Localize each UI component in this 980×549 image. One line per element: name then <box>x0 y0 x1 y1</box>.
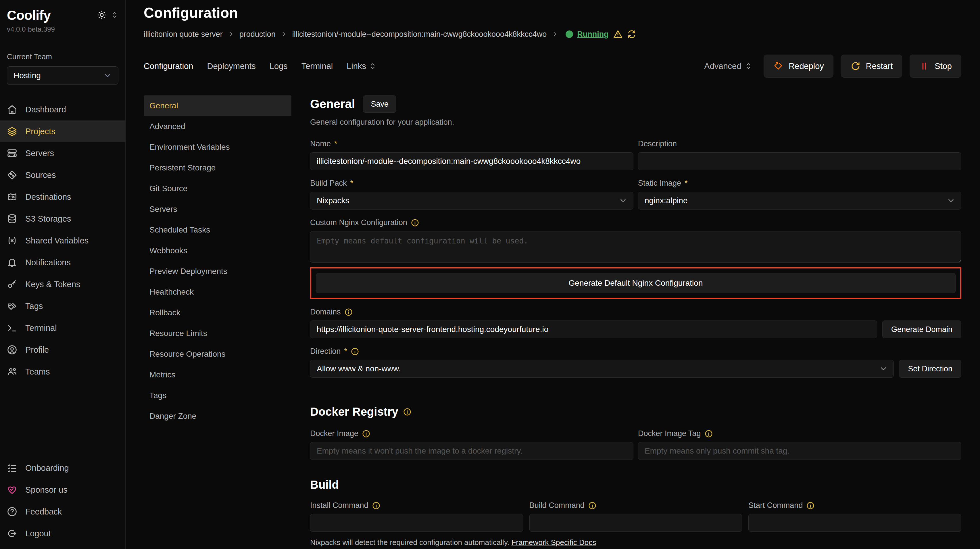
sidebar-item-shared-variables[interactable]: Shared Variables <box>0 230 125 251</box>
subnav-item-danger-zone[interactable]: Danger Zone <box>144 406 291 426</box>
sidebar-item-logout[interactable]: Logout <box>0 522 125 544</box>
install-command-input[interactable] <box>310 514 523 532</box>
home-icon <box>7 104 17 115</box>
subnav-item-rollback[interactable]: Rollback <box>144 302 291 323</box>
breadcrumb: illicitonion quote server production ill… <box>144 29 961 39</box>
sidebar-item-sponsor[interactable]: Sponsor us <box>0 479 125 501</box>
subnav-item-webhooks[interactable]: Webhooks <box>144 240 291 261</box>
tab-terminal[interactable]: Terminal <box>301 62 333 71</box>
info-icon[interactable] <box>588 501 597 510</box>
chevron-right-icon <box>228 30 235 38</box>
name-input[interactable] <box>310 152 633 170</box>
subnav-item-git-source[interactable]: Git Source <box>144 178 291 199</box>
tags-icon <box>7 301 17 311</box>
generate-nginx-button[interactable]: Generate Default Nginx Configuration <box>316 273 956 293</box>
subnav-item-general[interactable]: General <box>144 95 291 116</box>
domains-input[interactable] <box>310 320 877 338</box>
subnav-item-scheduled-tasks[interactable]: Scheduled Tasks <box>144 220 291 240</box>
team-select[interactable]: Hosting <box>7 67 118 85</box>
restart-icon <box>850 61 861 71</box>
sidebar-item-dashboard[interactable]: Dashboard <box>0 99 125 121</box>
sidebar-item-sources[interactable]: Sources <box>0 164 125 186</box>
subnav-item-healthcheck[interactable]: Healthcheck <box>144 282 291 302</box>
info-icon[interactable] <box>351 347 359 356</box>
build-pack-label: Build Pack* <box>310 179 633 188</box>
general-form: General Save General configuration for y… <box>310 95 961 549</box>
info-icon[interactable] <box>411 218 419 227</box>
info-icon[interactable] <box>806 501 815 510</box>
theme-selector-icon[interactable] <box>111 11 118 19</box>
direction-select[interactable]: Allow www & non-www. <box>310 360 894 378</box>
custom-nginx-label: Custom Nginx Configuration <box>310 218 961 227</box>
checklist-icon <box>7 463 17 473</box>
key-icon <box>7 279 17 290</box>
docker-image-input[interactable] <box>310 442 633 460</box>
help-circle-icon <box>7 506 17 517</box>
build-command-input[interactable] <box>529 514 742 532</box>
generate-domain-button[interactable]: Generate Domain <box>882 320 961 338</box>
breadcrumb-environment[interactable]: production <box>239 30 275 39</box>
page-title: Configuration <box>144 5 961 21</box>
sidebar-item-notifications[interactable]: Notifications <box>0 251 125 273</box>
stop-button[interactable]: Stop <box>910 55 961 78</box>
docker-image-tag-input[interactable] <box>638 442 961 460</box>
advanced-dropdown[interactable]: Advanced <box>704 62 752 71</box>
info-icon[interactable] <box>344 308 353 317</box>
info-icon[interactable] <box>705 430 713 438</box>
sidebar-item-destinations[interactable]: Destinations <box>0 186 125 208</box>
subnav-item-servers[interactable]: Servers <box>144 199 291 220</box>
nixpacks-helper-text: Nixpacks will detect the required config… <box>310 538 961 547</box>
subnav-item-preview-deployments[interactable]: Preview Deployments <box>144 261 291 282</box>
direction-label: Direction* <box>310 347 961 356</box>
domains-label: Domains <box>310 307 961 317</box>
static-image-select[interactable]: nginx:alpine <box>638 192 961 210</box>
tab-deployments[interactable]: Deployments <box>207 62 256 71</box>
toolbar: Configuration Deployments Logs Terminal … <box>144 55 961 78</box>
warning-triangle-icon[interactable] <box>613 29 623 39</box>
tab-links[interactable]: Links <box>347 62 377 71</box>
tab-configuration[interactable]: Configuration <box>144 62 193 71</box>
sidebar-item-tags[interactable]: Tags <box>0 295 125 317</box>
team-select-value: Hosting <box>14 71 41 80</box>
info-icon[interactable] <box>362 430 371 438</box>
subnav-item-tags[interactable]: Tags <box>144 385 291 406</box>
sidebar-item-servers[interactable]: Servers <box>0 142 125 164</box>
restart-button[interactable]: Restart <box>841 55 902 78</box>
breadcrumb-project[interactable]: illicitonion quote server <box>144 30 223 39</box>
sidebar-item-profile[interactable]: Profile <box>0 339 125 361</box>
subnav-item-resource-operations[interactable]: Resource Operations <box>144 344 291 364</box>
sidebar-item-projects[interactable]: Projects <box>0 121 125 142</box>
sidebar-item-keys-tokens[interactable]: Keys & Tokens <box>0 273 125 295</box>
subnav-item-resource-limits[interactable]: Resource Limits <box>144 323 291 344</box>
status-link[interactable]: Running <box>577 30 608 39</box>
info-icon[interactable] <box>403 407 412 416</box>
description-input[interactable] <box>638 152 961 170</box>
chevron-right-icon <box>551 30 559 38</box>
build-pack-select[interactable]: Nixpacks <box>310 192 633 210</box>
redeploy-button[interactable]: Redeploy <box>764 55 834 78</box>
sidebar-item-terminal[interactable]: Terminal <box>0 317 125 339</box>
refresh-icon[interactable] <box>627 30 636 39</box>
docker-image-label: Docker Image <box>310 429 633 438</box>
custom-nginx-textarea[interactable] <box>310 231 961 263</box>
content: General Advanced Environment Variables P… <box>144 95 961 549</box>
subnav-item-persistent-storage[interactable]: Persistent Storage <box>144 158 291 178</box>
sidebar-item-feedback[interactable]: Feedback <box>0 501 125 522</box>
sidebar-item-teams[interactable]: Teams <box>0 361 125 383</box>
subnav-item-advanced[interactable]: Advanced <box>144 116 291 137</box>
save-button[interactable]: Save <box>363 95 396 113</box>
breadcrumb-resource[interactable]: illicitestonion/-module--decomposition:m… <box>292 30 547 39</box>
theme-sun-icon[interactable] <box>97 10 107 19</box>
subnav-item-metrics[interactable]: Metrics <box>144 364 291 385</box>
info-icon[interactable] <box>372 501 380 510</box>
sidebar-item-s3-storages[interactable]: S3 Storages <box>0 208 125 230</box>
section-heading-general: General <box>310 97 355 111</box>
framework-docs-link[interactable]: Framework Specific Docs <box>511 538 596 547</box>
redeploy-icon <box>773 61 783 71</box>
bell-icon <box>7 257 17 267</box>
start-command-input[interactable] <box>748 514 961 532</box>
subnav-item-environment-variables[interactable]: Environment Variables <box>144 137 291 158</box>
sidebar-item-onboarding[interactable]: Onboarding <box>0 457 125 479</box>
tab-logs[interactable]: Logs <box>270 62 288 71</box>
set-direction-button[interactable]: Set Direction <box>899 360 961 378</box>
